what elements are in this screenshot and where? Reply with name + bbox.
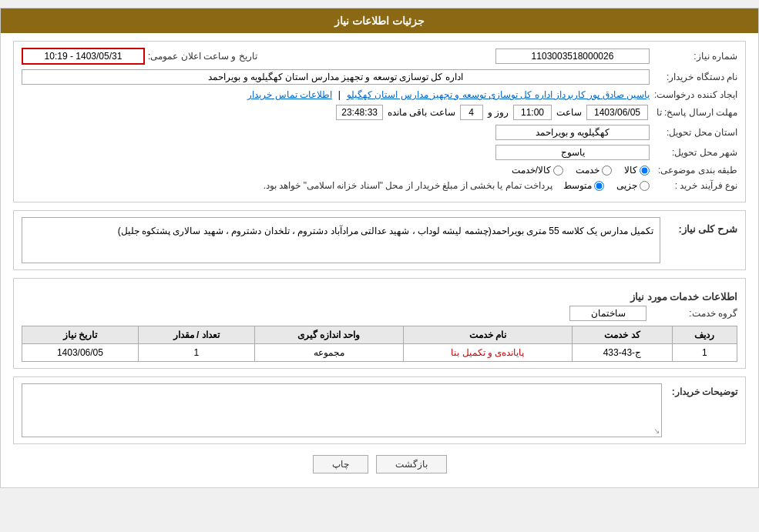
response-remaining: 23:48:33 xyxy=(336,105,383,120)
info-section: شماره نیاز: 1103003518000026 تاریخ و ساع… xyxy=(13,41,746,202)
creator-label: ایجاد کننده درخواست: xyxy=(653,89,737,100)
services-section: اطلاعات خدمات مورد نیاز گروه خدمت: ساختم… xyxy=(13,278,746,369)
radio-kala-khedmat[interactable] xyxy=(553,166,563,176)
purchase-type-row: نوع فرآیند خرید : جزیی متوسط پرداخت تمام… xyxy=(22,180,737,191)
purchase-type-label: نوع فرآیند خرید : xyxy=(653,180,737,191)
notes-box: ↘ xyxy=(22,383,662,437)
radio-khedmat[interactable] xyxy=(602,166,612,176)
category-kala: کالا xyxy=(624,165,650,176)
services-table: ردیف کد خدمت نام خدمت واحد اندازه گیری ت… xyxy=(22,326,737,362)
group-label: گروه خدمت: xyxy=(653,308,737,319)
org-name-value: اداره کل توسازی توسعه و تجهیز مدارس استا… xyxy=(22,69,650,85)
cell-qty: 1 xyxy=(138,344,254,362)
cell-rownum: 1 xyxy=(672,344,737,362)
motavasset-label: متوسط xyxy=(563,180,592,191)
cell-date: 1403/06/05 xyxy=(22,344,139,362)
buttons-row: بازگشت چاپ xyxy=(13,455,746,473)
col-name: نام خدمت xyxy=(403,326,572,344)
col-qty: تعداد / مقدار xyxy=(138,326,254,344)
col-unit: واحد اندازه گیری xyxy=(254,326,403,344)
date-label: تاریخ و ساعت اعلان عمومی: xyxy=(148,51,257,62)
description-content: تکمیل مدارس یک کلاسه 55 متری بویراحمد(چش… xyxy=(22,217,660,263)
province-label: استان محل تحویل: xyxy=(653,127,737,138)
city-row: شهر محل تحویل: یاسوج xyxy=(22,145,737,160)
radio-motavasset[interactable] xyxy=(594,181,604,191)
col-date: تاریخ نیاز xyxy=(22,326,139,344)
col-rownum: ردیف xyxy=(672,326,737,344)
cell-unit: مجموعه xyxy=(254,344,403,362)
org-name-row: نام دستگاه خریدار: اداره کل توسازی توسعه… xyxy=(22,69,737,85)
jozii-label: جزیی xyxy=(616,180,637,191)
org-name-label: نام دستگاه خریدار: xyxy=(653,72,737,82)
category-row: طبقه بندی موضوعی: کالا خدمت کالا/خدمت xyxy=(22,165,737,176)
kala-label: کالا xyxy=(624,165,637,176)
response-days: 4 xyxy=(460,105,483,120)
notes-label: توضیحات خریدار: xyxy=(668,383,737,397)
deadline-row: مهلت ارسال پاسخ: تا 1403/06/05 ساعت 11:0… xyxy=(22,105,737,120)
deadline-label: مهلت ارسال پاسخ: تا xyxy=(653,107,737,118)
contact-link[interactable]: اطلاعات تماس خریدار xyxy=(247,89,332,100)
purchase-motavasset: متوسط xyxy=(563,180,604,191)
days-label: روز و xyxy=(488,107,509,118)
col-code: کد خدمت xyxy=(572,326,672,344)
page-header: جزئیات اطلاعات نیاز xyxy=(1,8,758,33)
province-row: استان محل تحویل: کهگیلویه و بویراحمد xyxy=(22,125,737,140)
creator-row: ایجاد کننده درخواست: یاسین صادق پور کارب… xyxy=(22,89,737,100)
city-label: شهر محل تحویل: xyxy=(653,147,737,158)
request-number-row: شماره نیاز: 1103003518000026 تاریخ و ساع… xyxy=(22,48,737,65)
city-value: یاسوج xyxy=(495,145,650,160)
response-date: 1403/06/05 xyxy=(586,105,648,120)
resize-icon: ↘ xyxy=(653,427,660,435)
cell-code: ج-43-433 xyxy=(572,344,672,362)
buyer-notes-row: توضیحات خریدار: ↘ xyxy=(22,383,737,437)
table-row: 1 ج-43-433 پایانده‌ی و تکمیل بنا مجموعه … xyxy=(22,344,737,362)
request-number-value: 1103003518000026 xyxy=(495,49,650,64)
purchase-jozii: جزیی xyxy=(616,180,650,191)
back-button[interactable]: بازگشت xyxy=(376,455,447,473)
time-label: ساعت xyxy=(556,107,582,118)
request-number-label: شماره نیاز: xyxy=(653,51,737,62)
cell-name: پایانده‌ی و تکمیل بنا xyxy=(403,344,572,362)
services-title: اطلاعات خدمات مورد نیاز xyxy=(22,291,737,303)
description-label: شرح کلی نیاز: xyxy=(668,223,737,235)
khedmat-label: خدمت xyxy=(576,165,599,176)
page-wrapper: جزئیات اطلاعات نیاز شماره نیاز: 11030035… xyxy=(0,8,759,488)
print-button[interactable]: چاپ xyxy=(313,455,368,473)
date-value: 1403/05/31 - 10:19 xyxy=(22,48,145,65)
category-label: طبقه بندی موضوعی: xyxy=(653,165,737,176)
purchase-note: پرداخت تمام یا بخشی از مبلغ خریدار از مح… xyxy=(264,180,552,191)
group-row: گروه خدمت: ساختمان xyxy=(22,306,737,321)
category-radio-group: کالا خدمت کالا/خدمت xyxy=(512,165,650,176)
category-kala-khedmat: کالا/خدمت xyxy=(512,165,563,176)
page-title: جزئیات اطلاعات نیاز xyxy=(334,15,425,27)
kala-khedmat-label: کالا/خدمت xyxy=(512,165,551,176)
description-section: شرح کلی نیاز: تکمیل مدارس یک کلاسه 55 مت… xyxy=(13,210,746,270)
buyer-notes-section: توضیحات خریدار: ↘ xyxy=(13,376,746,444)
radio-kala[interactable] xyxy=(640,166,650,176)
creator-value[interactable]: یاسین صادق پور کاربرداز اداره کل توسازی … xyxy=(347,89,650,100)
province-value: کهگیلویه و بویراحمد xyxy=(495,125,650,140)
remaining-label: ساعت باقی مانده xyxy=(388,107,455,118)
group-value: ساختمان xyxy=(569,306,646,321)
purchase-type-radio-group: جزیی متوسط xyxy=(563,180,650,191)
content: شماره نیاز: 1103003518000026 تاریخ و ساع… xyxy=(1,33,758,487)
category-khedmat: خدمت xyxy=(576,165,612,176)
response-time: 11:00 xyxy=(513,105,552,120)
radio-jozii[interactable] xyxy=(640,181,650,191)
